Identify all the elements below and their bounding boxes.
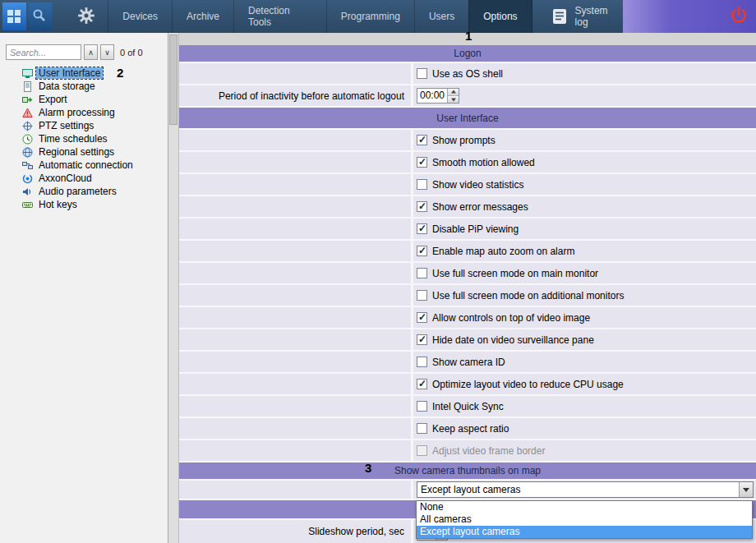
optimize-layout-checkbox[interactable] (417, 379, 427, 389)
gear-icon (77, 7, 95, 27)
sidebar-item-axxoncloud[interactable]: AxxonCloud (0, 172, 168, 185)
spinner-up-button[interactable] (448, 89, 459, 95)
alarm-processing-icon (22, 108, 33, 118)
section-header-logon: Logon (179, 45, 756, 63)
search-panel-button[interactable] (28, 2, 52, 30)
checkbox-label: Use as OS shell (432, 68, 503, 80)
menu-item-options[interactable]: Options (468, 0, 532, 33)
combo-arrow-icon (743, 488, 749, 495)
data-storage-icon (22, 81, 33, 92)
option-row-fullscreen-main: Use full screen mode on main monitor (179, 263, 756, 285)
sidebar-item-data-storage[interactable]: Data storage (0, 80, 168, 93)
inactivity-period-label: Period of inactivity before automatic lo… (179, 85, 413, 106)
option-row-video-statistics: Show video statistics (179, 174, 756, 196)
option-row-inactivity-period: Period of inactivity before automatic lo… (179, 85, 756, 108)
menu-item-devices[interactable]: Devices (108, 0, 172, 33)
application-window: Devices Archive Detection Tools Programm… (0, 0, 756, 543)
section-title: User Interface (436, 113, 498, 124)
sidebar-item-ptz-settings[interactable]: PTZ settings (0, 119, 168, 132)
annotation-step-1: 1 (465, 29, 472, 43)
dropdown-option-except-layout-cameras[interactable]: Except layout cameras (417, 526, 752, 538)
spinner-down-button[interactable] (448, 95, 459, 103)
menu-item-programming[interactable]: Programming (326, 0, 414, 33)
section-title: Show camera thumbnails on map (394, 465, 541, 476)
settings-tree: User Interface Data storage Export Alarm… (0, 67, 168, 211)
option-row-keep-aspect-ratio: Keep aspect ratio (179, 418, 756, 440)
layouts-grid-icon[interactable] (2, 2, 26, 30)
sidebar-item-regional-settings[interactable]: Regional settings (0, 145, 168, 159)
option-row-fullscreen-additional: Use full screen mode on additional monit… (179, 285, 756, 307)
system-log-label: System log (575, 5, 624, 28)
power-icon (729, 6, 749, 28)
main-menu: Devices Archive Detection Tools Programm… (108, 0, 532, 33)
disable-pip-checkbox[interactable] (417, 223, 427, 234)
video-statistics-checkbox[interactable] (417, 179, 427, 190)
combo-value: Except layout cameras (421, 484, 520, 495)
menu-item-archive[interactable]: Archive (172, 0, 233, 33)
exit-power-button[interactable] (721, 0, 756, 33)
slideshow-period-label: Slideshow period, sec (179, 520, 413, 543)
option-row-show-camera-id: Show camera ID (179, 352, 756, 374)
search-match-count: 0 of 0 (120, 48, 143, 58)
sidebar-item-user-interface[interactable]: User Interface (0, 67, 168, 80)
annotation-step-2: 2 (117, 66, 123, 80)
options-panel: Logon Use as OS shell Period of inactivi… (179, 33, 756, 543)
option-row-map-thumbnails-select: Except layout cameras (179, 481, 756, 500)
scrollbar-thumb[interactable] (169, 35, 177, 125)
use-as-os-shell-checkbox[interactable] (417, 68, 427, 79)
fullscreen-main-checkbox[interactable] (417, 268, 427, 278)
option-row-disable-pip: Disable PiP viewing (179, 219, 756, 241)
section-header-map-thumbnails: Show camera thumbnails on map (179, 462, 756, 481)
sidebar-item-audio-parameters[interactable]: Audio parameters (0, 185, 168, 198)
intel-quick-sync-checkbox[interactable] (417, 401, 427, 412)
menu-item-detection-tools[interactable]: Detection Tools (233, 0, 326, 33)
smooth-motion-checkbox[interactable] (417, 157, 427, 168)
search-prev-button[interactable]: ∧ (84, 44, 98, 60)
option-row-hide-date: Hide date on video surveillance pane (179, 329, 756, 352)
sidebar-item-alarm-processing[interactable]: Alarm processing (0, 106, 168, 119)
option-row-map-auto-zoom: Enable map auto zoom on alarm (179, 241, 756, 263)
dropdown-option-none[interactable]: None (417, 501, 752, 513)
option-row-controls-on-top: Allow controls on top of video image (179, 307, 756, 329)
option-row-show-prompts: Show prompts (179, 130, 756, 152)
apps-grid-icon (7, 10, 21, 23)
search-next-button[interactable]: ∨ (100, 44, 114, 60)
system-log-button[interactable]: System log (551, 0, 624, 33)
keep-aspect-ratio-checkbox[interactable] (417, 423, 427, 434)
annotation-step-3: 3 (365, 461, 371, 475)
axxoncloud-icon (22, 173, 33, 184)
error-messages-checkbox[interactable] (417, 201, 427, 212)
automatic-connection-icon (22, 160, 33, 171)
spinner-stepper (447, 89, 459, 103)
tree-search-row: ∧ ∨ 0 of 0 (6, 44, 164, 60)
audio-parameters-icon (22, 186, 33, 197)
fullscreen-additional-checkbox[interactable] (417, 290, 427, 301)
hide-date-checkbox[interactable] (417, 334, 427, 345)
top-toolbar: Devices Archive Detection Tools Programm… (0, 0, 756, 33)
settings-sidebar: ∧ ∨ 0 of 0 User Interface Data storage (0, 33, 168, 543)
show-camera-id-checkbox[interactable] (417, 357, 427, 367)
combo-arrow-button[interactable] (739, 482, 753, 497)
dropdown-option-all-cameras[interactable]: All cameras (417, 513, 752, 526)
controls-on-top-checkbox[interactable] (417, 312, 427, 323)
regional-settings-icon (22, 147, 33, 158)
sidebar-scrollbar[interactable] (168, 33, 179, 543)
hot-keys-icon (22, 200, 33, 210)
sidebar-item-hot-keys[interactable]: Hot keys (0, 198, 168, 211)
tree-search-input[interactable] (6, 44, 81, 60)
option-row-use-as-os-shell: Use as OS shell (179, 63, 756, 85)
inactivity-period-spinner[interactable]: 00:00 (417, 88, 459, 104)
map-thumbnails-select[interactable]: Except layout cameras (417, 481, 754, 498)
search-icon (31, 7, 48, 26)
sidebar-item-automatic-connection[interactable]: Automatic connection (0, 159, 168, 172)
chevron-up-icon: ∧ (88, 48, 94, 57)
show-prompts-checkbox[interactable] (417, 135, 427, 145)
map-auto-zoom-checkbox[interactable] (417, 246, 427, 256)
settings-gear-button[interactable] (74, 3, 100, 30)
adjust-frame-border-checkbox (417, 445, 427, 456)
user-interface-icon (22, 68, 33, 79)
sidebar-item-time-schedules[interactable]: Time schedules (0, 132, 168, 145)
sidebar-item-export[interactable]: Export (0, 93, 168, 106)
map-thumbnails-dropdown-list: None All cameras Except layout cameras (416, 500, 753, 539)
menu-item-users[interactable]: Users (414, 0, 468, 33)
